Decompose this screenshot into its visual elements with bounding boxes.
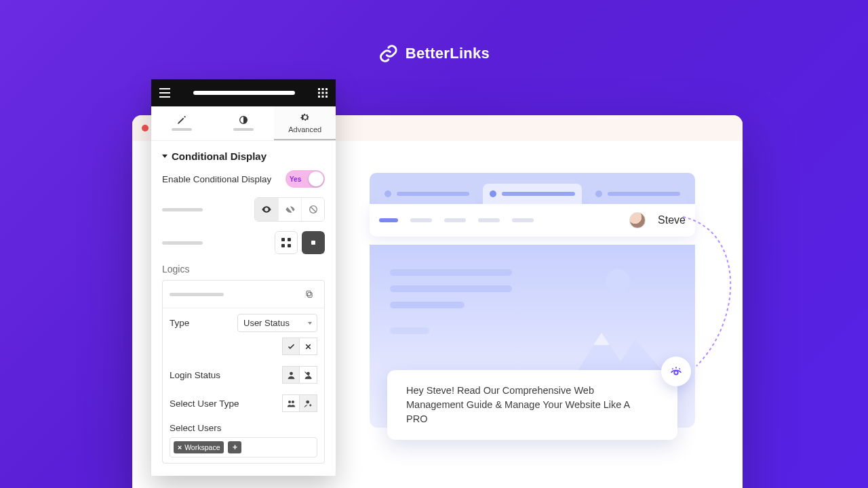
avatar[interactable] bbox=[629, 212, 646, 228]
chip-remove-icon[interactable]: × bbox=[178, 443, 182, 451]
placeholder-line bbox=[390, 327, 429, 334]
nav-item[interactable] bbox=[379, 218, 398, 222]
apps-icon[interactable] bbox=[318, 88, 328, 98]
visibility-block-button[interactable] bbox=[301, 198, 324, 221]
cancel-button[interactable] bbox=[300, 338, 317, 355]
user-plus-icon bbox=[304, 399, 313, 408]
nav-item[interactable] bbox=[444, 218, 466, 222]
visibility-badge[interactable] bbox=[661, 357, 691, 386]
link-icon bbox=[378, 43, 399, 64]
svg-point-24 bbox=[288, 401, 291, 403]
preview-tab-active[interactable] bbox=[483, 184, 581, 204]
tab-style[interactable] bbox=[213, 106, 275, 140]
x-icon bbox=[304, 342, 313, 351]
check-icon bbox=[287, 342, 296, 351]
nav-item[interactable] bbox=[410, 218, 432, 222]
editor-panel: Advanced Conditional Display Enable Cond… bbox=[151, 79, 336, 476]
site-preview: Steve Hey Steve! Read Our Comprehensive … bbox=[370, 173, 695, 428]
add-user-button[interactable]: + bbox=[228, 441, 241, 453]
editor-title-placeholder bbox=[193, 91, 295, 95]
tab-advanced-label: Advanced bbox=[288, 125, 321, 134]
user-type-group bbox=[282, 394, 317, 412]
menu-icon[interactable] bbox=[159, 88, 170, 98]
sun-icon bbox=[606, 269, 630, 293]
brand-logo: BetterLinks bbox=[378, 43, 490, 64]
brand-name: BetterLinks bbox=[406, 45, 490, 62]
svg-rect-3 bbox=[159, 96, 170, 98]
placeholder-line bbox=[390, 302, 465, 308]
chevron-down-icon bbox=[308, 322, 312, 325]
enable-conditional-label: Enable Conditional Display bbox=[162, 174, 271, 184]
visibility-hide-button[interactable] bbox=[278, 198, 301, 221]
users-icon bbox=[287, 399, 296, 408]
layout-grid-button[interactable] bbox=[275, 231, 298, 254]
preview-tab[interactable] bbox=[378, 184, 476, 204]
contrast-icon bbox=[238, 115, 249, 125]
editor-tabs: Advanced bbox=[151, 106, 336, 140]
visibility-show-button[interactable] bbox=[255, 198, 278, 221]
confirm-button[interactable] bbox=[282, 338, 300, 355]
placeholder-line bbox=[390, 269, 512, 276]
notification-card: Hey Steve! Read Our Comprehensive Web Ma… bbox=[387, 370, 677, 440]
svg-rect-11 bbox=[322, 96, 324, 98]
preview-tab[interactable] bbox=[589, 184, 687, 204]
logics-label: Logics bbox=[162, 264, 325, 274]
login-status-label: Login Status bbox=[170, 370, 220, 380]
tab-content[interactable] bbox=[151, 106, 213, 140]
user-type-single-button[interactable] bbox=[300, 394, 317, 412]
type-select[interactable]: User Status bbox=[237, 314, 317, 332]
gear-icon bbox=[300, 112, 311, 123]
placeholder-line bbox=[162, 241, 203, 245]
placeholder-line bbox=[162, 208, 203, 211]
svg-rect-18 bbox=[288, 244, 291, 247]
close-dot-icon[interactable] bbox=[142, 125, 149, 131]
section-conditional-display[interactable]: Conditional Display bbox=[162, 150, 325, 162]
user-chip[interactable]: ×Workspace bbox=[174, 441, 224, 453]
username: Steve bbox=[658, 214, 686, 226]
tab-advanced[interactable]: Advanced bbox=[274, 106, 336, 140]
user-type-label: Select User Type bbox=[170, 399, 239, 409]
logged-in-button[interactable] bbox=[282, 366, 300, 384]
block-icon bbox=[308, 204, 319, 215]
placeholder-line bbox=[170, 293, 224, 296]
visibility-icon bbox=[669, 364, 684, 379]
enable-conditional-toggle[interactable]: Yes bbox=[285, 170, 325, 188]
visibility-mode-group bbox=[254, 197, 325, 222]
preview-hero: Hey Steve! Read Our Comprehensive Web Ma… bbox=[370, 245, 695, 428]
user-icon bbox=[287, 371, 296, 380]
nav-item[interactable] bbox=[512, 218, 534, 222]
chip-label: Workspace bbox=[184, 443, 220, 451]
nav-item[interactable] bbox=[478, 218, 500, 222]
select-users-input[interactable]: ×Workspace + bbox=[170, 437, 317, 458]
section-title: Conditional Display bbox=[172, 150, 267, 162]
svg-rect-6 bbox=[326, 88, 328, 90]
editor-topbar bbox=[151, 79, 336, 106]
svg-point-0 bbox=[674, 371, 678, 375]
logged-out-button[interactable] bbox=[300, 366, 317, 384]
type-value: User Status bbox=[243, 318, 290, 328]
grid-icon bbox=[281, 237, 292, 248]
svg-rect-19 bbox=[311, 241, 315, 245]
confirm-group bbox=[282, 338, 317, 355]
svg-rect-4 bbox=[318, 88, 320, 90]
svg-rect-15 bbox=[281, 238, 285, 241]
layout-single-button[interactable] bbox=[302, 231, 325, 254]
svg-rect-1 bbox=[159, 88, 170, 89]
type-label: Type bbox=[170, 318, 189, 328]
svg-point-26 bbox=[306, 400, 309, 403]
user-type-all-button[interactable] bbox=[282, 394, 300, 412]
svg-rect-2 bbox=[159, 92, 170, 94]
eye-off-icon bbox=[285, 204, 296, 215]
svg-rect-5 bbox=[322, 88, 324, 90]
placeholder-line bbox=[390, 285, 512, 292]
svg-rect-10 bbox=[318, 96, 320, 98]
copy-button[interactable] bbox=[301, 286, 317, 302]
login-status-group bbox=[282, 366, 317, 384]
svg-rect-8 bbox=[322, 92, 324, 94]
select-users-label: Select Users bbox=[170, 423, 317, 433]
copy-icon bbox=[304, 289, 314, 299]
toggle-value: Yes bbox=[290, 176, 301, 183]
svg-rect-21 bbox=[307, 291, 311, 296]
square-icon bbox=[308, 237, 319, 248]
preview-tabs bbox=[370, 173, 695, 204]
